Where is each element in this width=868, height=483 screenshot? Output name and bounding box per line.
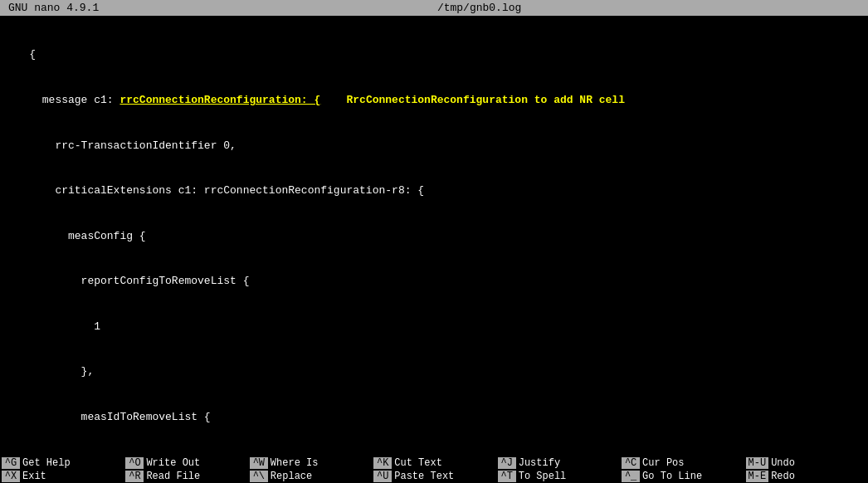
shortcut-exit[interactable]: ^X Exit <box>0 470 124 483</box>
shortcut-key-undo: M-U <box>746 457 769 469</box>
shortcut-write-out[interactable]: ^O Write Out <box>124 456 247 470</box>
shortcut-key-where-is: ^W <box>250 457 268 469</box>
shortcut-key-read-file: ^R <box>125 471 144 482</box>
shortcut-label-cut-text: Cut Text <box>394 457 442 469</box>
code-line-2: message c1: rrcConnectionReconfiguration… <box>3 93 865 108</box>
file-path: /tmp/gnb0.log <box>437 2 521 14</box>
shortcut-label-paste-text: Paste Text <box>394 471 454 482</box>
shortcut-label-write-out: Write Out <box>146 457 200 469</box>
shortcut-to-spell[interactable]: ^T To Spell <box>496 470 620 483</box>
shortcut-cut-text[interactable]: ^K Cut Text <box>372 456 495 470</box>
shortcut-where-is[interactable]: ^W Where Is <box>248 456 372 470</box>
shortcut-key-paste-text: ^U <box>373 471 392 482</box>
shortcut-bar: ^G Get Help ^O Write Out ^W Where Is ^K … <box>0 456 868 483</box>
shortcut-go-to-line[interactable]: ^_ Go To Line <box>620 470 744 483</box>
shortcut-paste-text[interactable]: ^U Paste Text <box>372 470 495 483</box>
shortcut-key-redo: M-E <box>746 471 769 482</box>
shortcut-label-get-help: Get Help <box>22 457 71 469</box>
shortcut-key-cur-pos: ^C <box>622 457 640 469</box>
shortcut-row-2: ^X Exit ^R Read File ^\ Replace ^U Paste… <box>0 470 868 483</box>
shortcut-label-cur-pos: Cur Pos <box>642 457 684 469</box>
shortcut-get-help[interactable]: ^G Get Help <box>0 456 124 470</box>
shortcut-row-1: ^G Get Help ^O Write Out ^W Where Is ^K … <box>0 456 868 470</box>
shortcut-key-to-spell: ^T <box>498 471 516 482</box>
code-line-7: 1 <box>3 320 865 334</box>
shortcut-redo[interactable]: M-E Redo <box>744 470 868 483</box>
code-line-5: measConfig { <box>3 229 865 244</box>
shortcut-label-undo: Undo <box>771 457 795 469</box>
code-line-4: criticalExtensions c1: rrcConnectionReco… <box>3 183 865 198</box>
shortcut-label-where-is: Where Is <box>271 457 319 469</box>
shortcut-label-to-spell: To Spell <box>519 471 567 482</box>
code-line-9: measIdToRemoveList { <box>3 410 865 425</box>
shortcut-label-read-file: Read File <box>146 471 200 482</box>
shortcut-label-replace: Replace <box>271 471 312 482</box>
code-line-6: reportConfigToRemoveList { <box>3 274 865 289</box>
code-line-3: rrc-TransactionIdentifier 0, <box>3 139 865 154</box>
shortcut-cur-pos[interactable]: ^C Cur Pos <box>620 456 744 470</box>
shortcut-replace[interactable]: ^\ Replace <box>248 470 372 483</box>
shortcut-label-go-to-line: Go To Line <box>642 471 702 482</box>
shortcut-key-exit: ^X <box>2 471 20 482</box>
editor-area[interactable]: { message c1: rrcConnectionReconfigurati… <box>0 16 868 456</box>
shortcut-justify[interactable]: ^J Justify <box>496 456 620 470</box>
shortcut-key-write-out: ^O <box>125 457 144 469</box>
shortcut-label-redo: Redo <box>771 471 795 482</box>
shortcut-key-cut-text: ^K <box>373 457 392 469</box>
shortcut-key-justify: ^J <box>498 457 516 469</box>
shortcut-read-file[interactable]: ^R Read File <box>124 470 247 483</box>
app-name: GNU nano 4.9.1 <box>8 2 99 14</box>
code-line-8: }, <box>3 364 865 379</box>
shortcut-key-get-help: ^G <box>2 457 20 469</box>
shortcut-label-exit: Exit <box>22 471 46 482</box>
shortcut-key-replace: ^\ <box>250 471 268 482</box>
code-line-1: { <box>3 47 865 62</box>
title-bar: GNU nano 4.9.1 /tmp/gnb0.log <box>0 0 868 16</box>
shortcut-undo[interactable]: M-U Undo <box>744 456 868 470</box>
shortcut-label-justify: Justify <box>519 457 560 469</box>
shortcut-key-go-to-line: ^_ <box>622 471 640 482</box>
